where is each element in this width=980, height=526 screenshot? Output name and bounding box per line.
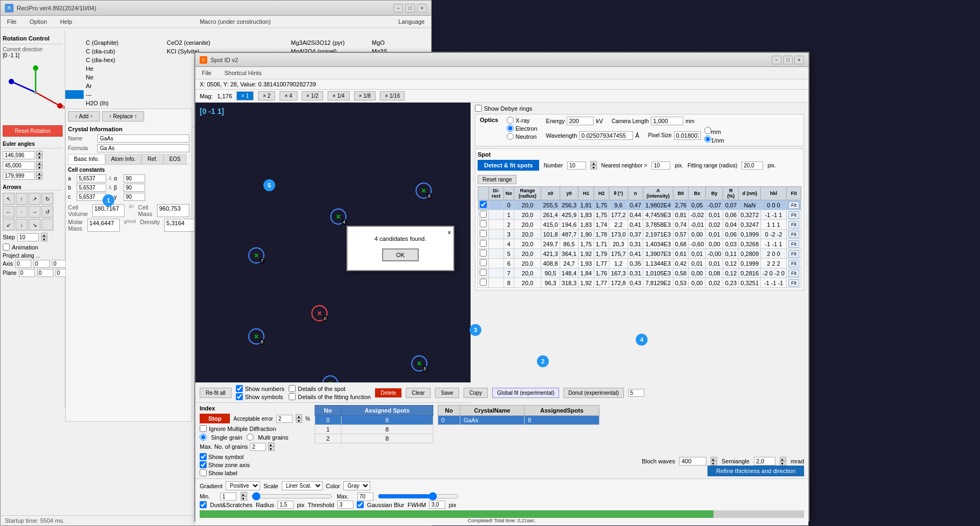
spot-marker-7[interactable]: × 7 xyxy=(248,247,264,264)
row-checkbox-8[interactable] xyxy=(480,279,487,286)
crystal-result-row[interactable]: 0 GaAs 8 xyxy=(438,416,599,425)
single-grain-radio[interactable] xyxy=(200,434,207,441)
details-fitting-checkbox[interactable] xyxy=(289,393,296,400)
min-up[interactable]: ▲ xyxy=(241,492,247,496)
gaussian-checkbox[interactable] xyxy=(357,501,364,508)
tab-ref[interactable]: Ref. xyxy=(141,154,163,164)
global-fit-button[interactable]: Global fit (experimental) xyxy=(492,388,559,398)
assigned-row[interactable]: 2 8 xyxy=(315,434,433,443)
step-up[interactable]: ▲ xyxy=(41,233,47,237)
wavelength-input[interactable] xyxy=(579,131,633,140)
spot-marker-8[interactable]: × 8 xyxy=(248,328,264,345)
minimize-btn[interactable]: − xyxy=(393,4,403,12)
fit-btn-4[interactable]: Fit xyxy=(788,240,799,248)
spot-table-container[interactable]: Di-rect No Range (radius) x0 y0 H1 H2 θ … xyxy=(478,186,801,288)
beta-input[interactable] xyxy=(124,184,145,192)
multi-grains-radio[interactable] xyxy=(247,434,254,441)
tab-eos[interactable]: EOS xyxy=(164,154,187,164)
crystal-item[interactable]: CeO2 (cerianite) xyxy=(165,38,289,47)
fit-btn-7[interactable]: Fit xyxy=(788,269,799,277)
crystal-item[interactable]: Ar xyxy=(84,82,165,90)
mag-btn-1x[interactable]: × 1 xyxy=(236,91,254,100)
threshold-input[interactable] xyxy=(337,501,353,509)
crystal-item[interactable]: MgO xyxy=(370,38,413,47)
clear-button[interactable]: Clear xyxy=(406,388,431,398)
dialog-close-btn[interactable]: × xyxy=(447,229,451,237)
b-input[interactable] xyxy=(77,184,106,192)
language-label[interactable]: Language xyxy=(396,17,427,26)
table-row[interactable]: 5 20,0 421,3 364,1 1,92 1,79 175,7 0,41 … xyxy=(478,249,801,259)
table-row[interactable]: 4 20,0 249,7 86,5 1,75 1,71 20,3 0,31 1,… xyxy=(478,239,801,249)
refine-button[interactable]: Refine thickness and direction xyxy=(707,466,804,476)
arrow-e[interactable]: → xyxy=(29,206,40,218)
number-up[interactable]: ▲ xyxy=(590,161,597,165)
spot-marker-6[interactable]: × 6 xyxy=(416,183,432,199)
refit-all-button[interactable]: Re-fit all xyxy=(200,388,232,398)
euler-down-3[interactable]: ▼ xyxy=(36,176,43,180)
show-label-checkbox[interactable] xyxy=(200,469,207,476)
euler-input-1[interactable] xyxy=(3,151,35,159)
euler-up-2[interactable]: ▲ xyxy=(36,161,43,165)
maximize-btn[interactable]: □ xyxy=(405,4,415,12)
arrow-cw[interactable]: ↻ xyxy=(42,193,53,205)
c-input[interactable] xyxy=(77,193,106,201)
dialog-ok-button[interactable]: OK xyxy=(382,248,419,261)
euler-up-1[interactable]: ▲ xyxy=(36,151,43,155)
show-symbols-checkbox[interactable] xyxy=(236,393,243,400)
table-row[interactable]: 8 20,0 96,3 318,3 1,92 1,77 172,8 0,43 7… xyxy=(478,278,801,288)
replace-button[interactable]: ↑ Replace ↑ xyxy=(102,111,144,122)
max-grains-input[interactable] xyxy=(250,443,266,451)
delete-button[interactable]: Delete xyxy=(375,388,401,397)
spot-marker-4[interactable]: × 4 xyxy=(330,208,346,225)
arrow-se[interactable]: ↘ xyxy=(29,219,40,231)
menu-file[interactable]: File xyxy=(5,17,19,26)
arrow-ccw[interactable]: ↺ xyxy=(42,206,53,218)
copy-button[interactable]: Copy xyxy=(464,388,488,398)
crystal-item[interactable]: C (dia-cub) xyxy=(84,47,165,56)
gradient-select[interactable]: Positive xyxy=(226,481,260,490)
show-numbers-checkbox[interactable] xyxy=(236,385,243,392)
nearest-input[interactable] xyxy=(651,161,670,170)
donut-button[interactable]: Donut (experimental) xyxy=(563,388,623,398)
step-down[interactable]: ▼ xyxy=(41,237,47,241)
row-checkbox-5[interactable] xyxy=(480,249,487,257)
mag-btn-quarter[interactable]: × 1/4 xyxy=(328,91,350,100)
plane-x-input[interactable] xyxy=(19,269,35,277)
mag-btn-half[interactable]: × 1/2 xyxy=(302,91,324,100)
assigned-row[interactable]: 1 8 xyxy=(315,425,433,434)
acceptable-down[interactable]: ▼ xyxy=(296,419,302,423)
euler-up-3[interactable]: ▲ xyxy=(36,171,43,176)
bloch-input[interactable] xyxy=(679,457,706,466)
row-checkbox-3[interactable] xyxy=(480,230,487,237)
table-row[interactable]: 7 20,0 90,5 148,4 1,84 1,76 167,3 0,31 1… xyxy=(478,268,801,278)
name-input[interactable] xyxy=(97,134,189,143)
spot-marker-0[interactable]: × 0 xyxy=(311,305,328,321)
fit-btn-3[interactable]: Fit xyxy=(788,231,799,238)
row-checkbox-0[interactable] xyxy=(480,201,487,208)
close-btn[interactable]: × xyxy=(417,4,427,12)
neutron-radio[interactable] xyxy=(507,133,514,140)
spot-close-btn[interactable]: × xyxy=(794,56,804,64)
tab-basic-info[interactable]: Basic Info. xyxy=(68,154,105,164)
axis-y-input[interactable] xyxy=(33,260,50,268)
a-input[interactable] xyxy=(77,174,106,183)
stop-button[interactable]: Stop xyxy=(200,414,230,423)
spot-menu-shortcuts[interactable]: Shortcut Hints xyxy=(222,69,264,77)
details-spot-checkbox[interactable] xyxy=(289,385,296,392)
radius-input[interactable] xyxy=(277,501,294,509)
detect-fit-button[interactable]: Detect & fit spots xyxy=(478,160,539,171)
crystal-item[interactable]: He xyxy=(84,64,165,73)
show-zone-axis-checkbox[interactable] xyxy=(200,461,207,468)
fitting-input[interactable] xyxy=(741,161,763,170)
tab-atom-info[interactable]: Atom Info. xyxy=(105,154,142,164)
crystal-item[interactable]: C (Graphite) xyxy=(84,38,165,47)
spot-maximize-btn[interactable]: □ xyxy=(783,56,793,64)
fit-btn-1[interactable]: Fit xyxy=(788,211,799,219)
table-row[interactable]: 0 20,0 255,5 256,3 1,81 1,75 9,6 0,47 1,… xyxy=(478,200,801,210)
plane-y-input[interactable] xyxy=(37,269,53,277)
donut-num-input[interactable] xyxy=(628,389,644,397)
crystal-item[interactable]: Mg3Al2Si3O12 (pyr) xyxy=(289,38,370,47)
max-input[interactable] xyxy=(357,493,373,501)
spot-minimize-btn[interactable]: − xyxy=(772,56,781,64)
table-row[interactable]: 2 20,0 415,0 194,6 1,83 1,74 2,2 0,41 3,… xyxy=(478,220,801,230)
